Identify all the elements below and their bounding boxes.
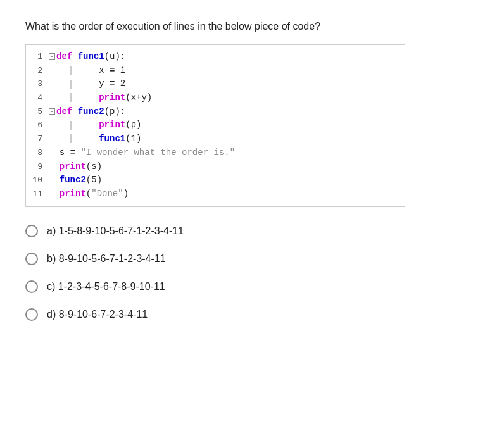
option-d[interactable]: d) 8-9-10-6-7-2-3-4-11 (25, 308, 479, 321)
code-line-1: 1 -def func1(u): (26, 50, 405, 64)
code-line-3: 3 y = 2 (26, 77, 405, 91)
line-content: print(p) (49, 118, 141, 132)
line-number: 1 (30, 51, 49, 63)
radio-d[interactable] (25, 308, 38, 321)
line-number: 10 (30, 174, 49, 187)
line-number: 11 (30, 188, 49, 201)
code-block: 1 -def func1(u): 2 x = 1 3 y = 2 4 print… (25, 44, 405, 207)
radio-b[interactable] (25, 253, 38, 265)
line-content: func1(1) (49, 132, 141, 146)
code-line-6: 6 print(p) (26, 118, 405, 132)
code-line-2: 2 x = 1 (26, 64, 405, 78)
options-list: a) 1-5-8-9-10-5-6-7-1-2-3-4-11 b) 8-9-10… (25, 225, 479, 321)
line-content: y = 2 (49, 77, 125, 91)
line-content: -def func2(p): (49, 105, 125, 119)
option-a[interactable]: a) 1-5-8-9-10-5-6-7-1-2-3-4-11 (25, 225, 479, 237)
line-number: 5 (30, 106, 49, 118)
code-line-9: 9 print(s) (26, 160, 405, 174)
code-line-4: 4 print(x+y) (26, 91, 405, 105)
radio-a[interactable] (25, 225, 38, 237)
option-b[interactable]: b) 8-9-10-5-6-7-1-2-3-4-11 (25, 253, 479, 265)
line-content: x = 1 (49, 64, 125, 78)
collapse-icon: - (49, 53, 55, 60)
code-line-11: 11 print("Done") (26, 187, 405, 201)
line-number: 8 (30, 147, 49, 160)
line-content: s = "I wonder what the order is." (49, 146, 235, 160)
code-line-7: 7 func1(1) (26, 132, 405, 146)
line-number: 3 (30, 78, 49, 91)
line-content: print(s) (49, 160, 102, 174)
line-content: print(x+y) (49, 91, 152, 105)
line-number: 7 (30, 133, 49, 146)
line-content: -def func1(u): (49, 50, 125, 64)
option-d-label: d) 8-9-10-6-7-2-3-4-11 (47, 309, 148, 320)
line-content: print("Done") (49, 187, 129, 201)
option-c[interactable]: c) 1-2-3-4-5-6-7-8-9-10-11 (25, 280, 479, 293)
question-text: What is the order of execution of lines … (25, 19, 479, 34)
code-line-10: 10 func2(5) (26, 173, 405, 187)
code-line-8: 8 s = "I wonder what the order is." (26, 146, 405, 160)
line-number: 4 (30, 92, 49, 104)
radio-c[interactable] (25, 280, 38, 293)
option-b-label: b) 8-9-10-5-6-7-1-2-3-4-11 (47, 253, 166, 265)
code-line-5: 5 -def func2(p): (26, 105, 405, 119)
collapse-icon: - (49, 108, 55, 115)
line-number: 9 (30, 161, 49, 173)
line-number: 2 (30, 65, 49, 77)
line-number: 6 (30, 119, 49, 132)
option-a-label: a) 1-5-8-9-10-5-6-7-1-2-3-4-11 (47, 225, 184, 237)
option-c-label: c) 1-2-3-4-5-6-7-8-9-10-11 (47, 281, 165, 292)
line-content: func2(5) (49, 173, 102, 187)
